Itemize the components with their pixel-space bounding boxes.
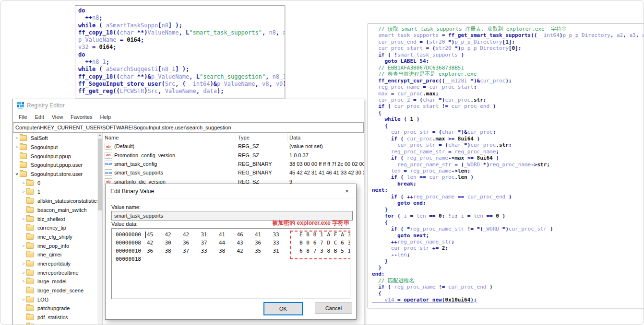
- scrollbar-up-arrow-icon[interactable]: [98, 134, 101, 136]
- tree-item-SalSoft[interactable]: >SalSoft: [13, 134, 102, 143]
- code-token: reg_proc_name: [372, 84, 419, 90]
- code-token: cur_proc_start: [372, 45, 423, 51]
- code-token: ;: [454, 213, 461, 219]
- chevron-right-icon[interactable]: >: [21, 181, 26, 186]
- code-token: a4: [283, 29, 285, 36]
- hex-byte: 42: [237, 248, 255, 254]
- tree-item-SogouInput.ppup.user[interactable]: SogouInput.ppup.user: [13, 161, 102, 170]
- close-icon[interactable]: ×: [338, 185, 356, 198]
- code-token: data: [203, 88, 217, 94]
- tree-item-ime_cfg_shiply[interactable]: ime_cfg_shiply: [13, 232, 102, 242]
- tree-item-pdf_switch[interactable]: >pdf_switch: [13, 322, 102, 325]
- hex-ascii-char: 1: [318, 232, 325, 238]
- cancel-button[interactable]: Cancel: [315, 302, 352, 314]
- tree-item-large_model[interactable]: >large_model: [13, 277, 102, 286]
- code-token: .str: [496, 142, 509, 148]
- chevron-right-icon[interactable]: >: [21, 297, 26, 302]
- menu-file[interactable]: File: [15, 113, 31, 121]
- code-token: a4: [642, 32, 644, 38]
- tree-item-imereportrealtime[interactable]: >imereportrealtime: [13, 268, 102, 277]
- tree-item-0[interactable]: >0: [13, 178, 102, 187]
- code-line: {: [372, 123, 644, 129]
- value-row-smart_task_supports[interactable]: 0110smart_task_supportsREG_BINARY45 42 4…: [103, 168, 364, 177]
- menu-help[interactable]: Help: [96, 113, 115, 121]
- code-line: do: [78, 51, 282, 58]
- reg-binary-icon: 0110: [105, 169, 112, 176]
- folder-icon: [26, 297, 34, 302]
- reg-sz-icon: ab: [105, 152, 112, 159]
- hex-byte: 44: [219, 240, 237, 246]
- menu-favorites[interactable]: Favorites: [67, 113, 96, 121]
- code-token: 0i64: [127, 36, 141, 43]
- ok-button[interactable]: OK: [263, 302, 303, 315]
- hex-editor[interactable]: 000000004542423141464133EBB1AFA300000008…: [111, 228, 350, 299]
- menu-view[interactable]: View: [48, 113, 67, 121]
- tree-item-label: SalSoft: [29, 135, 49, 141]
- chevron-right-icon[interactable]: >: [14, 145, 20, 150]
- code-token: );: [505, 78, 512, 84]
- code-token: =: [401, 168, 410, 174]
- hex-offset: 00000000: [116, 232, 145, 238]
- code-line: ff_get_reg((LPCWSTR)Src, ValueName, data…: [78, 88, 282, 95]
- text-cursor: [145, 232, 146, 238]
- tree-item-currency_tip[interactable]: currency_tip: [13, 223, 102, 232]
- code-token: = (: [417, 39, 429, 45]
- code-line: {: [372, 220, 644, 226]
- tree-item-beacon_main_switch[interactable]: beacon_main_switch: [13, 206, 102, 215]
- tree-item-label: large_model_scene: [36, 288, 85, 293]
- code-token: ): [499, 213, 505, 219]
- code-token: {: [372, 290, 382, 297]
- hex-offset: 00000010: [116, 248, 145, 254]
- tree-item-ime_pop_info[interactable]: >ime_pop_info: [13, 241, 102, 250]
- chevron-right-icon[interactable]: >: [21, 217, 26, 221]
- code-token: p_p_p_Directory: [461, 45, 508, 51]
- chevron-right-icon[interactable]: >: [21, 261, 26, 266]
- code-token: ,: [636, 32, 642, 38]
- tree-item-SogouInput.ppup[interactable]: SogouInput.ppup: [13, 151, 102, 161]
- tree-item-pdf_statistics[interactable]: pdf_statistics: [13, 313, 102, 322]
- chevron-right-icon[interactable]: >: [21, 279, 26, 284]
- code-token: // 读取 smart_task_supports 注册表, 获取到 explo…: [372, 26, 567, 32]
- code-token: =: [445, 149, 454, 155]
- tree-item-biz_shellext[interactable]: >biz_shellext: [13, 214, 102, 223]
- hex-byte: 45: [147, 232, 165, 238]
- value-row-Promotion_config_version[interactable]: abPromotion_config_versionREG_SZ1.0.0.37: [103, 151, 364, 159]
- tree-item-1[interactable]: >1: [13, 187, 102, 197]
- code-token: while (: [372, 116, 410, 122]
- window-title: Registry Editor: [27, 102, 65, 109]
- value-row-(Default)[interactable]: ab(Default)REG_SZ(value not set): [103, 142, 364, 151]
- chevron-right-icon[interactable]: >: [14, 136, 20, 140]
- code-token: cur_proc_start: [394, 103, 439, 109]
- column-header-name[interactable]: Name: [103, 133, 236, 142]
- tree-item-label: SogouInput.ppup.user: [29, 162, 84, 168]
- registry-address-bar[interactable]: Computer\HKEY_CURRENT_USER\SOFTWARE\Sogo…: [13, 122, 364, 133]
- code-token: // EBB1AFA3B067DC6368738B51: [372, 65, 464, 71]
- tree-item-SogouInput[interactable]: >SogouInput: [13, 143, 102, 152]
- chevron-right-icon[interactable]: >: [21, 244, 26, 248]
- column-header-data[interactable]: Data: [287, 133, 364, 142]
- tree-item-large_model_scene[interactable]: large_model_scene: [13, 286, 102, 295]
- tree-item-ime_qimei[interactable]: ime_qimei: [13, 250, 102, 259]
- folder-icon: [26, 252, 34, 257]
- tree-item-patchupgrade[interactable]: patchupgrade: [13, 304, 102, 313]
- chevron-right-icon[interactable]: >: [21, 189, 26, 194]
- tree-scrollbar[interactable]: [97, 133, 102, 325]
- tree-item-imereportdaily[interactable]: >imereportdaily: [13, 259, 102, 268]
- scrollbar-thumb[interactable]: [98, 139, 102, 210]
- value-row-smart_task_config[interactable]: 0110smart_task_configREG_BINARY38 03 00 …: [103, 160, 364, 168]
- code-token: --: [372, 252, 397, 258]
- column-header-type[interactable]: Type: [236, 133, 287, 142]
- chevron-down-icon[interactable]: >: [14, 171, 19, 177]
- tree-item-allskin_statusiconstatistics[interactable]: allskin_statusiconstatistics: [13, 197, 102, 206]
- tree-item-SogouInput.store.user[interactable]: >SogouInput.store.user: [13, 170, 102, 179]
- code-token: n8_1: [161, 66, 175, 72]
- code-token: end:: [372, 271, 385, 277]
- tree-item-LOG[interactable]: >LOG: [13, 295, 102, 304]
- code-token: smart_task_supports: [372, 32, 439, 38]
- tree-item-label: 0: [36, 180, 42, 186]
- encrypted-string-annotation: 被加密的 explorer.exe 字符串: [272, 219, 349, 227]
- menu-edit[interactable]: Edit: [31, 113, 48, 121]
- code-token: __int64: [537, 32, 559, 38]
- chevron-right-icon[interactable]: >: [21, 270, 26, 275]
- folder-icon: [26, 261, 34, 267]
